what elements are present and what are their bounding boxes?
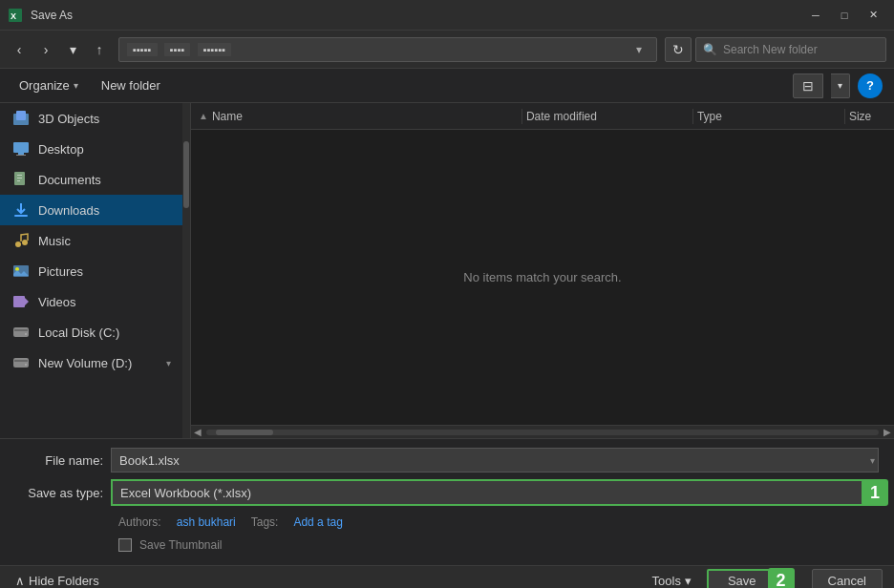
scroll-thumb [216, 430, 273, 435]
local-disk-icon [11, 323, 31, 342]
sidebar-item-music[interactable]: Music [0, 225, 182, 256]
title-bar: X Save As ─ □ ✕ [0, 0, 894, 31]
file-name-input[interactable] [111, 448, 879, 472]
address-dropdown-arrow[interactable]: ▾ [629, 38, 649, 61]
save-button[interactable]: Save [707, 569, 777, 589]
horizontal-scrollbar[interactable]: ◀ ▶ [191, 425, 894, 438]
scroll-track[interactable] [206, 430, 879, 435]
tools-button[interactable]: Tools ▾ [645, 570, 699, 589]
organize-chevron: ▾ [74, 80, 78, 91]
sidebar-label-desktop: Desktop [38, 142, 84, 157]
sidebar-label-documents: Documents [38, 173, 101, 187]
svg-rect-19 [14, 329, 28, 331]
sidebar-label-3d-objects: 3D Objects [38, 112, 99, 126]
sidebar-item-desktop[interactable]: Desktop [0, 134, 182, 164]
maximize-button[interactable]: □ [831, 6, 858, 25]
col-header-type[interactable]: Type [697, 110, 841, 123]
svg-rect-8 [17, 175, 22, 176]
authors-value[interactable]: ash bukhari [177, 515, 236, 529]
search-input[interactable] [695, 37, 886, 62]
refresh-button[interactable]: ↻ [665, 37, 692, 62]
cancel-button[interactable]: Cancel [812, 569, 883, 589]
videos-icon [11, 292, 31, 311]
window-title: Save As [31, 9, 802, 22]
svg-rect-6 [16, 155, 26, 156]
file-list-body: No items match your search. [191, 130, 894, 425]
save-type-select[interactable]: Excel Workbook (*.xlsx) [111, 479, 879, 506]
organize-label: Organize [19, 78, 70, 93]
bottom-form: File name: ▾ Save as type: Excel Workboo… [0, 438, 894, 565]
thumbnail-checkbox[interactable] [118, 538, 132, 552]
svg-point-23 [25, 364, 27, 366]
status-bar: ∧ Hide Folders Tools ▾ Save 2 Cancel [0, 565, 894, 588]
sidebar: 3D Objects Desktop Documents Downloads [0, 103, 182, 438]
dropdown-button[interactable]: ▾ [61, 38, 84, 61]
nav-bar: ‹ › ▾ ↑ ▪▪▪▪▪ ▪▪▪▪ ▪▪▪▪▪▪ ▾ ↻ 🔍 [0, 31, 894, 69]
scroll-arrow-left[interactable]: ◀ [191, 426, 204, 439]
col-divider-1 [522, 109, 522, 124]
sidebar-item-3d-objects[interactable]: 3D Objects [0, 103, 182, 134]
minimize-button[interactable]: ─ [802, 6, 829, 25]
sidebar-label-local-disk: Local Disk (C:) [38, 326, 119, 340]
new-volume-icon [11, 353, 31, 372]
svg-rect-22 [14, 360, 28, 362]
tags-value[interactable]: Add a tag [293, 515, 342, 529]
window-controls: ─ □ ✕ [802, 6, 886, 25]
svg-rect-11 [14, 215, 28, 217]
new-folder-button[interactable]: New folder [94, 74, 168, 96]
search-wrapper: 🔍 [695, 37, 886, 62]
app-icon: X [8, 8, 23, 23]
sidebar-label-music: Music [38, 234, 71, 248]
new-volume-arrow: ▾ [166, 358, 171, 368]
svg-marker-17 [25, 298, 29, 305]
meta-row: Authors: ash bukhari Tags: Add a tag [15, 512, 879, 533]
back-button[interactable]: ‹ [8, 38, 31, 61]
sidebar-scrollbar[interactable] [182, 103, 190, 438]
help-button[interactable]: ? [858, 74, 883, 98]
badge-2: 2 [768, 568, 795, 589]
col-header-name[interactable]: Name [212, 110, 518, 123]
svg-text:X: X [11, 11, 16, 21]
close-button[interactable]: ✕ [860, 6, 886, 25]
address-bar[interactable]: ▪▪▪▪▪ ▪▪▪▪ ▪▪▪▪▪▪ ▾ [118, 37, 657, 62]
col-header-date[interactable]: Date modified [526, 110, 689, 123]
main-area: 3D Objects Desktop Documents Downloads [0, 103, 894, 438]
col-name-label: Name [212, 110, 243, 123]
view-dropdown-button[interactable]: ▾ [831, 74, 850, 98]
thumbnail-row: Save Thumbnail [15, 533, 879, 557]
svg-rect-18 [13, 327, 29, 337]
col-header-size[interactable]: Size [849, 110, 886, 123]
file-list-header: ▲ Name Date modified Type Size [191, 103, 894, 130]
svg-rect-16 [13, 296, 25, 307]
hide-folders-button[interactable]: ∧ Hide Folders [11, 570, 103, 588]
sidebar-item-pictures[interactable]: Pictures [0, 256, 182, 286]
up-button[interactable]: ↑ [88, 38, 111, 61]
sidebar-item-videos[interactable]: Videos [0, 286, 182, 317]
sidebar-item-local-disk[interactable]: Local Disk (C:) [0, 317, 182, 347]
3d-objects-icon [11, 109, 31, 128]
file-name-label: File name: [15, 453, 111, 468]
col-divider-3 [844, 109, 845, 124]
badge-1: 1 [862, 479, 888, 506]
svg-point-12 [15, 242, 21, 247]
sort-arrow: ▲ [199, 111, 208, 121]
scroll-arrow-right[interactable]: ▶ [881, 426, 894, 439]
col-size-label: Size [849, 110, 871, 123]
sidebar-item-downloads[interactable]: Downloads [0, 195, 182, 225]
forward-button[interactable]: › [34, 38, 57, 61]
empty-message: No items match your search. [463, 270, 621, 284]
view-button[interactable]: ⊟ [793, 74, 823, 98]
save-type-row: Save as type: Excel Workbook (*.xlsx) ▾ … [15, 479, 879, 506]
sidebar-label-pictures: Pictures [38, 264, 83, 279]
tools-label: Tools [652, 574, 681, 588]
col-type-label: Type [697, 110, 722, 123]
address-bar-content: ▪▪▪▪▪ ▪▪▪▪ ▪▪▪▪▪▪ [127, 43, 629, 56]
sidebar-item-new-volume[interactable]: New Volume (D:) ▾ [0, 347, 182, 378]
sidebar-label-videos: Videos [38, 295, 76, 309]
save-type-label: Save as type: [15, 486, 111, 500]
file-name-input-wrapper: ▾ [111, 448, 879, 472]
col-divider-2 [692, 109, 693, 124]
organize-button[interactable]: Organize ▾ [11, 74, 86, 96]
sidebar-item-documents[interactable]: Documents [0, 164, 182, 195]
svg-rect-3 [16, 111, 26, 120]
